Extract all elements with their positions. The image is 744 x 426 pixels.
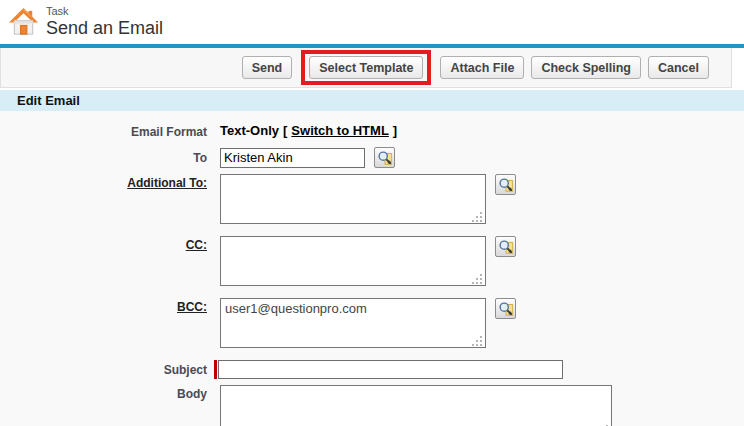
lookup-magnifier-icon bbox=[377, 150, 393, 166]
resize-grip-icon[interactable] bbox=[480, 282, 482, 284]
send-button[interactable]: Send bbox=[242, 56, 293, 79]
page-header: Task Send an Email bbox=[0, 0, 744, 44]
subject-input[interactable] bbox=[218, 360, 563, 379]
additional-to-textarea-wrap bbox=[220, 174, 486, 228]
lookup-magnifier-icon bbox=[498, 177, 514, 193]
toolbar: Send Select Template Attach File Check S… bbox=[0, 48, 732, 88]
bcc-lookup-button[interactable] bbox=[495, 298, 516, 319]
select-template-button[interactable]: Select Template bbox=[309, 56, 423, 79]
bcc-label-link[interactable]: BCC: bbox=[177, 300, 207, 314]
section-title: Edit Email bbox=[17, 93, 80, 108]
edit-email-section-header: Edit Email bbox=[0, 90, 744, 111]
subject-label: Subject bbox=[0, 363, 207, 377]
bcc-row: BCC: user1@questionpro.com bbox=[0, 298, 744, 352]
check-spelling-button[interactable]: Check Spelling bbox=[531, 56, 641, 79]
title-block: Task Send an Email bbox=[46, 5, 163, 39]
select-template-highlight-box: Select Template bbox=[301, 50, 431, 85]
to-label: To bbox=[0, 151, 207, 165]
cc-label-link[interactable]: CC: bbox=[186, 238, 207, 252]
edit-email-form: Email Format Text-Only [ Switch to HTML … bbox=[0, 111, 744, 426]
page-title: Send an Email bbox=[46, 18, 163, 39]
to-row: To bbox=[0, 147, 744, 168]
email-format-label: Email Format bbox=[0, 123, 207, 139]
cc-textarea[interactable] bbox=[220, 236, 486, 286]
subject-row: Subject bbox=[0, 360, 744, 379]
body-textarea-wrap bbox=[220, 385, 612, 426]
additional-to-textarea[interactable] bbox=[220, 174, 486, 224]
switch-to-html-link[interactable]: Switch to HTML bbox=[291, 123, 389, 138]
body-textarea[interactable] bbox=[220, 385, 612, 426]
send-email-page: Task Send an Email Send Select Template … bbox=[0, 0, 744, 426]
resize-grip-icon[interactable] bbox=[480, 344, 482, 346]
body-row: Body bbox=[0, 385, 744, 426]
required-indicator bbox=[214, 360, 217, 379]
entity-label: Task bbox=[46, 5, 163, 18]
task-house-icon bbox=[8, 7, 39, 38]
cc-lookup-button[interactable] bbox=[495, 236, 516, 257]
email-format-row: Email Format Text-Only [ Switch to HTML … bbox=[0, 123, 744, 139]
cc-row: CC: bbox=[0, 236, 744, 290]
lookup-magnifier-icon bbox=[498, 239, 514, 255]
cc-textarea-wrap bbox=[220, 236, 486, 290]
cancel-button[interactable]: Cancel bbox=[648, 56, 709, 79]
attach-file-button[interactable]: Attach File bbox=[440, 56, 524, 79]
bracket-open: [ bbox=[283, 123, 287, 138]
lookup-magnifier-icon bbox=[498, 301, 514, 317]
to-input[interactable] bbox=[220, 148, 365, 168]
resize-grip-icon[interactable] bbox=[480, 220, 482, 222]
email-format-current: Text-Only bbox=[220, 123, 279, 138]
additional-to-label-link[interactable]: Additional To: bbox=[127, 176, 207, 190]
to-lookup-button[interactable] bbox=[374, 147, 395, 168]
bcc-textarea-wrap: user1@questionpro.com bbox=[220, 298, 486, 352]
additional-to-row: Additional To: bbox=[0, 174, 744, 228]
additional-to-lookup-button[interactable] bbox=[495, 174, 516, 195]
bcc-textarea[interactable]: user1@questionpro.com bbox=[220, 298, 486, 348]
email-format-value: Text-Only [ Switch to HTML ] bbox=[220, 123, 397, 138]
bracket-close: ] bbox=[393, 123, 397, 138]
body-label: Body bbox=[0, 385, 207, 401]
